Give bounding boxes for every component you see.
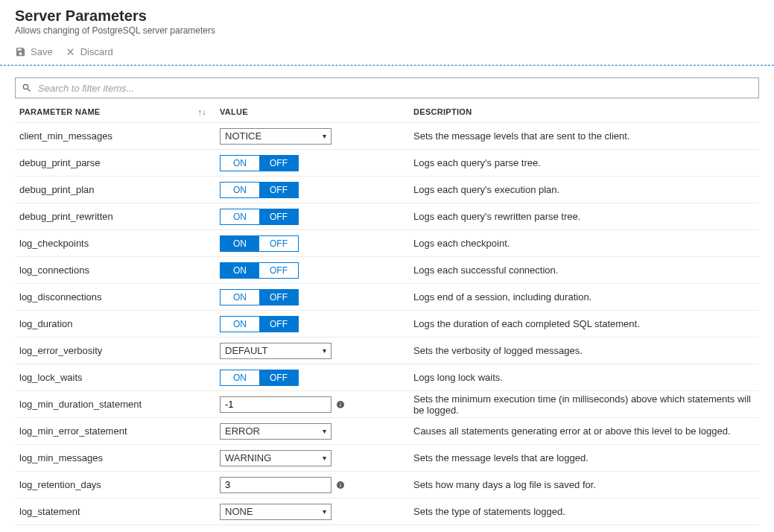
param-name: log_min_duration_statement <box>15 399 220 410</box>
param-description: Sets the message levels that are logged. <box>413 452 759 463</box>
column-header-value[interactable]: Value <box>220 107 413 116</box>
param-name: log_disconnections <box>15 291 220 303</box>
chevron-down-icon: ▾ <box>323 427 326 435</box>
page-title: Server Parameters <box>15 7 759 25</box>
page-subtitle: Allows changing of PostgreSQL server par… <box>15 25 759 36</box>
table-row: log_checkpointsONOFFLogs each checkpoint… <box>15 230 759 257</box>
column-header-name[interactable]: Parameter Name ↑↓ <box>15 107 220 116</box>
param-description: Sets how many days a log file is saved f… <box>413 479 759 490</box>
param-name: log_min_messages <box>15 452 220 463</box>
table-row: log_lock_waitsONOFFLogs long lock waits. <box>15 364 759 391</box>
toggle-off[interactable]: OFF <box>259 370 298 385</box>
toggle-on[interactable]: ON <box>221 370 259 385</box>
param-description: Logs end of a session, including duratio… <box>413 291 759 303</box>
param-value-cell: ONOFF <box>220 209 413 225</box>
value-dropdown[interactable]: ERROR▾ <box>220 423 332 440</box>
param-description: Logs the duration of each completed SQL … <box>413 318 759 329</box>
toggle-off[interactable]: OFF <box>259 209 298 224</box>
param-description: Sets the verbosity of logged messages. <box>413 345 759 356</box>
table-row: log_min_duration_statementSets the minim… <box>15 391 759 418</box>
chevron-down-icon: ▾ <box>323 507 326 516</box>
value-dropdown[interactable]: NONE▾ <box>220 504 332 520</box>
param-description: Sets the minimum execution time (in mill… <box>413 393 759 416</box>
value-toggle[interactable]: ONOFF <box>220 316 299 332</box>
param-name: log_min_error_statement <box>15 425 220 437</box>
value-dropdown[interactable]: NOTICE▾ <box>220 128 332 145</box>
param-value-cell <box>220 396 413 413</box>
search-icon <box>22 83 32 93</box>
table-row: log_retention_daysSets how many days a l… <box>15 472 759 498</box>
value-toggle[interactable]: ONOFF <box>220 182 299 198</box>
table-row: debug_print_rewrittenONOFFLogs each quer… <box>15 203 759 230</box>
param-name: log_statement <box>15 506 220 517</box>
toggle-on[interactable]: ON <box>221 317 259 332</box>
value-toggle[interactable]: ONOFF <box>220 370 299 386</box>
param-value-cell: DEFAULT▾ <box>220 343 413 359</box>
table-row: log_min_error_statementERROR▾Causes all … <box>15 418 759 445</box>
toolbar: Save Discard <box>15 46 759 65</box>
column-header-description[interactable]: Description <box>413 107 759 116</box>
table-row: log_error_verbosityDEFAULT▾Sets the verb… <box>15 338 759 364</box>
value-dropdown[interactable]: DEFAULT▾ <box>220 343 332 359</box>
param-name: log_duration <box>15 318 220 329</box>
info-icon[interactable] <box>336 400 345 409</box>
param-description: Sets the type of statements logged. <box>413 506 759 517</box>
table-row: log_connectionsONOFFLogs each successful… <box>15 257 759 284</box>
param-value-cell: ONOFF <box>220 289 413 305</box>
param-description: Causes all statements generating error a… <box>413 425 759 437</box>
parameters-grid: Parameter Name ↑↓ Value Description clie… <box>15 101 759 525</box>
toggle-off[interactable]: OFF <box>259 236 298 251</box>
toggle-off[interactable]: OFF <box>259 263 298 278</box>
toggle-on[interactable]: ON <box>221 183 259 197</box>
param-value-cell: ONOFF <box>220 235 413 252</box>
param-name: log_lock_waits <box>15 372 220 383</box>
table-row: log_durationONOFFLogs the duration of ea… <box>15 311 759 338</box>
toggle-on[interactable]: ON <box>221 263 259 278</box>
param-description: Logs each checkpoint. <box>413 238 759 249</box>
value-input[interactable] <box>220 477 332 493</box>
toggle-off[interactable]: OFF <box>259 156 298 171</box>
save-button[interactable]: Save <box>15 46 53 57</box>
toggle-on[interactable]: ON <box>221 290 259 305</box>
value-toggle[interactable]: ONOFF <box>220 262 299 279</box>
param-value-cell: WARNING▾ <box>220 450 413 466</box>
sort-icon: ↑↓ <box>197 107 206 116</box>
save-icon <box>15 46 26 57</box>
table-row: debug_print_parseONOFFLogs each query's … <box>15 150 759 177</box>
value-toggle[interactable]: ONOFF <box>220 155 299 171</box>
param-value-cell: NONE▾ <box>220 504 413 520</box>
param-description: Logs each query's execution plan. <box>413 184 759 195</box>
toggle-off[interactable]: OFF <box>259 290 298 305</box>
param-name: client_min_messages <box>15 130 220 142</box>
param-value-cell: ONOFF <box>220 370 413 386</box>
param-description: Logs each query's parse tree. <box>413 157 759 168</box>
param-name: log_retention_days <box>15 479 220 490</box>
param-name: log_checkpoints <box>15 238 220 249</box>
param-value-cell: ONOFF <box>220 182 413 198</box>
param-value-cell: ONOFF <box>220 262 413 279</box>
chevron-down-icon: ▾ <box>323 346 326 355</box>
value-toggle[interactable]: ONOFF <box>220 209 299 225</box>
param-description: Logs long lock waits. <box>413 372 759 383</box>
search-input-wrap[interactable] <box>15 77 759 98</box>
param-name: debug_print_parse <box>15 157 220 168</box>
search-input[interactable] <box>32 83 752 94</box>
value-toggle[interactable]: ONOFF <box>220 235 299 252</box>
toggle-off[interactable]: OFF <box>259 183 298 197</box>
param-value-cell: ERROR▾ <box>220 423 413 440</box>
page-header: Server Parameters Allows changing of Pos… <box>15 7 759 36</box>
toggle-on[interactable]: ON <box>221 236 259 251</box>
param-description: Logs each query's rewritten parse tree. <box>413 211 759 222</box>
toggle-off[interactable]: OFF <box>259 317 298 332</box>
toggle-on[interactable]: ON <box>221 156 259 171</box>
param-value-cell: NOTICE▾ <box>220 128 413 145</box>
value-toggle[interactable]: ONOFF <box>220 289 299 305</box>
grid-header: Parameter Name ↑↓ Value Description <box>15 101 759 123</box>
param-name: debug_print_plan <box>15 184 220 195</box>
discard-button[interactable]: Discard <box>65 46 113 57</box>
table-row: log_statementNONE▾Sets the type of state… <box>15 498 759 525</box>
value-dropdown[interactable]: WARNING▾ <box>220 450 332 466</box>
info-icon[interactable] <box>336 481 345 490</box>
toggle-on[interactable]: ON <box>221 209 259 224</box>
value-input[interactable] <box>220 396 332 413</box>
